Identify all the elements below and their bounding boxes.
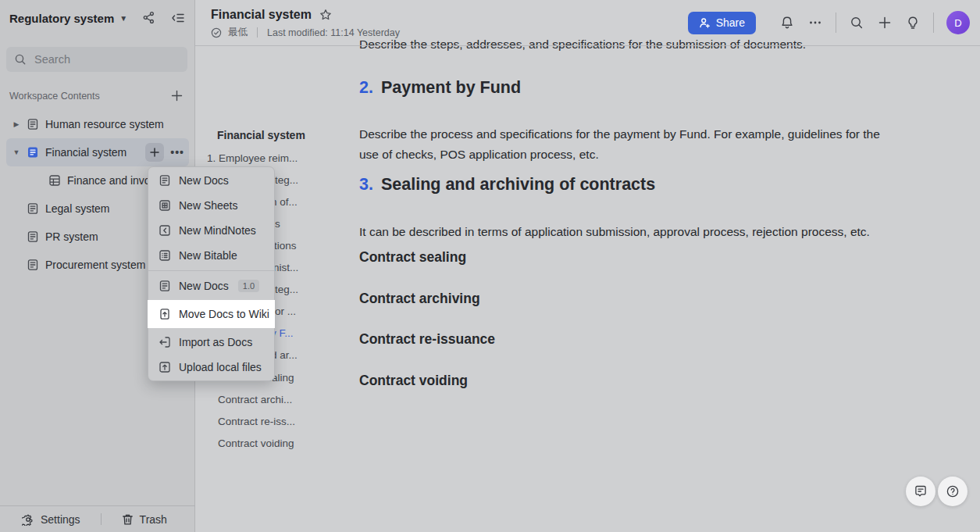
subheading-contract-archiving: Contract archiving [359,291,480,307]
settings-label: Settings [41,513,80,526]
menu-item-label: New Docs [179,280,229,292]
menu-item-label: New Sheets [179,199,237,212]
chevron-right-icon[interactable]: ▶ [6,120,27,128]
menu-item-import-as-docs[interactable]: Import as Docs [148,330,274,355]
sidebar-item-financial-selected[interactable]: ▼ Financial system ••• [6,138,189,166]
feedback-button[interactable] [906,477,935,506]
menu-item-new-docs-1-0[interactable]: New Docs 1.0 [148,273,274,298]
bitable-icon [159,249,171,262]
doc-icon [27,118,39,130]
outline-item[interactable]: d ar... [271,349,298,361]
upload-icon [159,361,171,373]
outline-item[interactable]: teg... [275,284,298,295]
header-divider-bar [836,12,836,33]
sidebar-search[interactable] [6,47,187,72]
new-content-context-menu: New Docs New Sheets New MindNotes [148,166,275,381]
outline-item[interactable]: or ... [275,305,296,317]
sheets-icon [159,199,171,212]
menu-item-label: New Docs [179,174,229,187]
move-doc-icon [159,308,171,320]
heading-text: Payment by Fund [381,78,521,98]
section-heading-payment: 2. Payment by Fund [359,78,521,98]
search-icon [14,53,27,66]
menu-item-new-docs[interactable]: New Docs [148,168,274,193]
trash-button[interactable]: Trash [122,513,167,526]
lightbulb-icon[interactable] [899,16,927,30]
menu-item-move-docs-to-wiki[interactable]: Move Docs to Wiki [148,300,275,328]
chevron-down-icon[interactable]: ▼ [119,14,127,23]
share-button-label: Share [716,16,745,29]
menu-item-label: Move Docs to Wiki [179,308,269,320]
trash-icon [122,513,134,526]
doc-title: Financial system [211,8,312,22]
security-shield-icon[interactable] [211,27,222,38]
security-level-label[interactable]: 最低 [228,26,248,39]
sidebar-item-label: Financial system [45,146,127,159]
doc-icon-blue [27,146,39,159]
create-plus-icon[interactable] [871,16,899,30]
menu-item-label: Upload local files [179,361,262,373]
doc-icon [27,202,39,215]
help-button[interactable] [938,477,968,506]
doc-body: 2. Payment by Fund Describe the process … [359,45,964,532]
more-ellipsis-icon[interactable] [801,16,829,30]
chevron-down-icon[interactable]: ▼ [6,148,27,156]
sidebar-item-label: Legal system [45,202,109,215]
trash-label: Trash [140,513,167,526]
more-options-icon[interactable]: ••• [170,146,184,159]
add-child-plus-button[interactable] [145,143,164,162]
mindnotes-icon [159,224,171,237]
notifications-bell-icon[interactable] [773,16,801,30]
outline-item[interactable]: Contract archi... [218,394,292,405]
version-badge: 1.0 [238,280,259,292]
outline-title[interactable]: Financial system [217,129,305,141]
heading-text: Sealing and archiving of contracts [381,175,655,195]
sidebar-item-label: PR system [45,230,98,243]
outline-item[interactable]: nist... [273,262,298,273]
menu-item-label: Import as Docs [179,336,252,348]
app-window: Describe the steps, addresses, and speci… [0,0,980,532]
doc-icon [27,259,39,271]
sidebar-item-label: Human resource system [45,118,164,130]
add-content-plus-icon[interactable] [170,89,184,102]
search-icon[interactable] [843,16,871,30]
docs-icon [159,174,171,187]
header-divider-bar [933,12,934,33]
menu-item-new-mindnotes[interactable]: New MindNotes [148,218,274,243]
outline-item[interactable]: s [275,218,280,230]
settings-button[interactable]: Settings [22,513,80,526]
outline-item[interactable]: Contract voiding [218,437,294,449]
menu-item-new-sheets[interactable]: New Sheets [148,193,274,218]
favorite-star-icon[interactable] [319,9,332,21]
import-icon [159,336,171,348]
menu-item-label: New MindNotes [179,224,256,237]
sidebar-item-label: Procurement system [45,259,145,271]
workspace-contents-label: Workspace Contents [9,91,100,102]
outline-item[interactable]: tions [274,240,297,252]
share-button[interactable]: Share [688,12,756,34]
docs-icon [159,280,171,292]
user-avatar[interactable]: D [946,11,970,34]
paragraph-payment: Describe the process and specifications … [359,124,898,165]
outline-item[interactable]: 1. Employee reim... [207,152,298,164]
search-input[interactable] [33,52,180,66]
menu-item-new-bitable[interactable]: New Bitable [148,243,274,268]
outline-item[interactable]: n of... [271,196,298,208]
table-icon [48,174,61,187]
subheading-contract-sealing: Contract sealing [359,249,466,266]
sidebar-item-human-resource[interactable]: ▶ Human resource system [6,110,189,138]
heading-number: 2. [359,78,373,98]
share-workspace-icon[interactable] [142,11,155,25]
collapse-sidebar-icon[interactable] [171,11,185,25]
menu-item-upload-local-files[interactable]: Upload local files [148,355,274,380]
doc-icon [27,230,39,243]
meta-divider [257,27,258,37]
outline-item[interactable]: Contract re-iss... [218,416,295,427]
outline-item[interactable]: teg... [275,174,298,186]
paragraph-sealing: It can be described in terms of applicat… [359,222,898,242]
footer-divider [101,513,102,525]
person-add-icon [699,17,711,29]
feedback-doc-icon [914,484,928,498]
header-divider [195,45,980,46]
workspace-switcher[interactable]: Regulatory system [9,12,114,25]
